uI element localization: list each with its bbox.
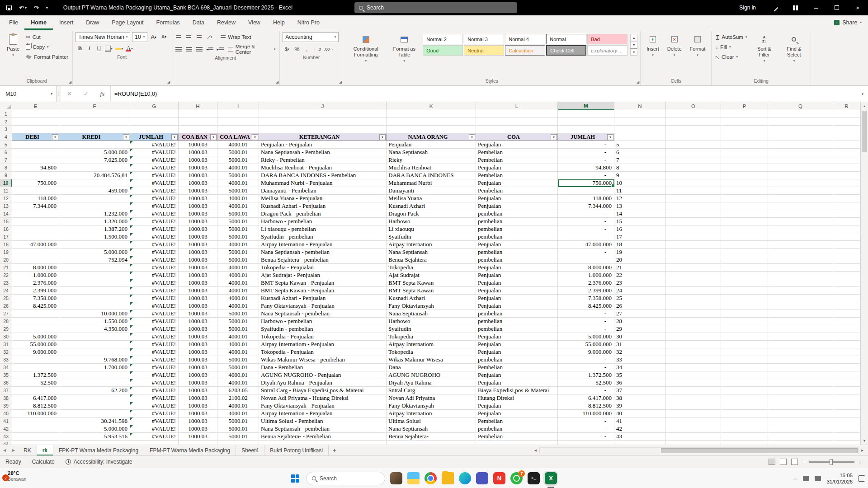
- column-header-n[interactable]: N: [614, 102, 666, 110]
- cell-J16[interactable]: Li xiaouqu - pembelian: [259, 225, 387, 233]
- cell-P9[interactable]: [721, 172, 768, 179]
- cell-H11[interactable]: 1000.03: [179, 187, 217, 195]
- cell-J26[interactable]: Fany Oktaviansyah - Penjualan: [259, 302, 387, 310]
- align-left-icon[interactable]: [174, 45, 183, 54]
- cell-j2[interactable]: [259, 118, 387, 126]
- bold-button[interactable]: B: [75, 44, 84, 53]
- cell-G20[interactable]: #VALUE!: [130, 256, 179, 264]
- number-format-combo[interactable]: Accounting▾: [283, 32, 339, 42]
- cell-K36[interactable]: Diyah Ayu Rahma: [387, 379, 476, 387]
- insert-function-icon[interactable]: fx: [100, 90, 104, 98]
- cell-J22[interactable]: Ajat Sudrajat - Penjualan: [259, 272, 387, 279]
- cell-M19[interactable]: -: [558, 249, 614, 256]
- horizontal-scroll-thumb[interactable]: [661, 448, 858, 453]
- cell-L13[interactable]: Penjualan: [476, 202, 558, 210]
- name-box[interactable]: M10 ▾: [0, 86, 57, 102]
- cell-P22[interactable]: [721, 272, 768, 279]
- cell-style-calculation[interactable]: Calculation: [505, 45, 545, 56]
- cell-K34[interactable]: Dana: [387, 364, 476, 371]
- cell-L14[interactable]: pembelian: [476, 210, 558, 218]
- cell-N27[interactable]: 27: [614, 310, 666, 318]
- ribbon-tab-home[interactable]: Home: [24, 15, 53, 30]
- insert-cells-button[interactable]: + Insert ▾: [643, 32, 662, 59]
- cell-G24[interactable]: #VALUE!: [130, 287, 179, 295]
- cell-Q37[interactable]: [768, 387, 833, 394]
- cell-R18[interactable]: [833, 241, 860, 249]
- cell-N26[interactable]: 26: [614, 302, 666, 310]
- close-button[interactable]: ×: [847, 0, 868, 15]
- filter-button-f[interactable]: ▼: [123, 134, 129, 140]
- cell-F28[interactable]: 1.550.000: [59, 318, 130, 325]
- row-header-18[interactable]: 18: [0, 241, 12, 249]
- ribbon-tab-insert[interactable]: Insert: [53, 15, 80, 30]
- cell-O11[interactable]: [666, 187, 721, 195]
- cell-P17[interactable]: [721, 233, 768, 241]
- undo-icon[interactable]: ↶▾: [19, 5, 27, 11]
- cell-O41[interactable]: [666, 418, 721, 425]
- row-header-32[interactable]: 32: [0, 348, 12, 356]
- cell-M13[interactable]: 7.344.000: [558, 202, 614, 210]
- photo-icon[interactable]: [390, 472, 402, 484]
- cell-R16[interactable]: [833, 225, 860, 233]
- cell-j3[interactable]: [259, 126, 387, 133]
- row-header-22[interactable]: 22: [0, 272, 12, 279]
- format-as-table-button[interactable]: Format as Table ▾: [387, 32, 421, 65]
- cell-P10[interactable]: [721, 179, 768, 187]
- cell-L10[interactable]: Penjualan: [476, 179, 558, 187]
- filter-button-g[interactable]: ▼: [171, 134, 178, 140]
- cell-H36[interactable]: 1000.03: [179, 379, 217, 387]
- cell-K10[interactable]: Muhammad Nurbi: [387, 179, 476, 187]
- number-dialog-launcher-icon[interactable]: ◢: [339, 80, 342, 84]
- cell-R15[interactable]: [833, 218, 860, 225]
- minimize-button[interactable]: ─: [806, 0, 826, 15]
- cell-M24[interactable]: 2.399.000: [558, 287, 614, 295]
- percent-style-icon[interactable]: %: [292, 44, 301, 54]
- increase-indent-icon[interactable]: ▸: [216, 45, 225, 54]
- cell-q2[interactable]: [768, 118, 833, 126]
- cell-I39[interactable]: 4000.01: [217, 402, 259, 410]
- cell-J23[interactable]: BMT Septa Kawan - Penjualan: [259, 279, 387, 287]
- cell-J40[interactable]: Airpay Internation - Penjualan: [259, 410, 387, 418]
- decrease-decimal-icon[interactable]: .00→: [323, 44, 335, 54]
- cell-G33[interactable]: #VALUE!: [130, 356, 179, 364]
- cell-R10[interactable]: [833, 179, 860, 187]
- cell-h2[interactable]: [179, 118, 217, 126]
- cell-O26[interactable]: [666, 302, 721, 310]
- cell-J35[interactable]: AGUNG NUGROHO - Penjualan: [259, 371, 387, 379]
- cell-J11[interactable]: Damayanti - Pembelian: [259, 187, 387, 195]
- filter-button-k[interactable]: ▼: [469, 134, 475, 140]
- cell-M25[interactable]: 7.358.000: [558, 295, 614, 302]
- cell-I20[interactable]: 5000.01: [217, 256, 259, 264]
- cell-e44[interactable]: [12, 441, 59, 445]
- filter-header-j[interactable]: KETERANGAN▼: [259, 133, 387, 141]
- cell-I35[interactable]: 4000.01: [217, 371, 259, 379]
- cell-p3[interactable]: [721, 126, 768, 133]
- cell-R21[interactable]: [833, 264, 860, 272]
- cell-H21[interactable]: 1000.03: [179, 264, 217, 272]
- cell-N38[interactable]: 38: [614, 394, 666, 402]
- cell-h3[interactable]: [179, 126, 217, 133]
- cell-P34[interactable]: [721, 364, 768, 371]
- cell-I37[interactable]: 6203.05: [217, 387, 259, 394]
- cell-M42[interactable]: -: [558, 425, 614, 433]
- tray-network-icon[interactable]: [803, 476, 809, 481]
- cell-P21[interactable]: [721, 264, 768, 272]
- cell-I9[interactable]: 5000.01: [217, 172, 259, 179]
- increase-font-icon[interactable]: A▴: [149, 32, 158, 42]
- cell-H37[interactable]: 1000.03: [179, 387, 217, 394]
- cell-O21[interactable]: [666, 264, 721, 272]
- cell-E22[interactable]: 1.000.000: [12, 272, 59, 279]
- cell-E38[interactable]: 6.417.000: [12, 394, 59, 402]
- cell-M22[interactable]: 1.000.000: [558, 272, 614, 279]
- cell-E42[interactable]: [12, 425, 59, 433]
- sheet-tab-rk[interactable]: RK: [18, 445, 37, 455]
- cell-F30[interactable]: [59, 333, 130, 341]
- cell-N25[interactable]: 25: [614, 295, 666, 302]
- cell-H42[interactable]: 1000.03: [179, 425, 217, 433]
- cell-O6[interactable]: [666, 149, 721, 156]
- status-accessibility[interactable]: Accessibility: Investigate: [60, 459, 138, 465]
- cell-L34[interactable]: Pembelian: [476, 364, 558, 371]
- cell-K20[interactable]: Benua Sejahtera: [387, 256, 476, 264]
- cell-R22[interactable]: [833, 272, 860, 279]
- cell-H18[interactable]: 1000.03: [179, 241, 217, 249]
